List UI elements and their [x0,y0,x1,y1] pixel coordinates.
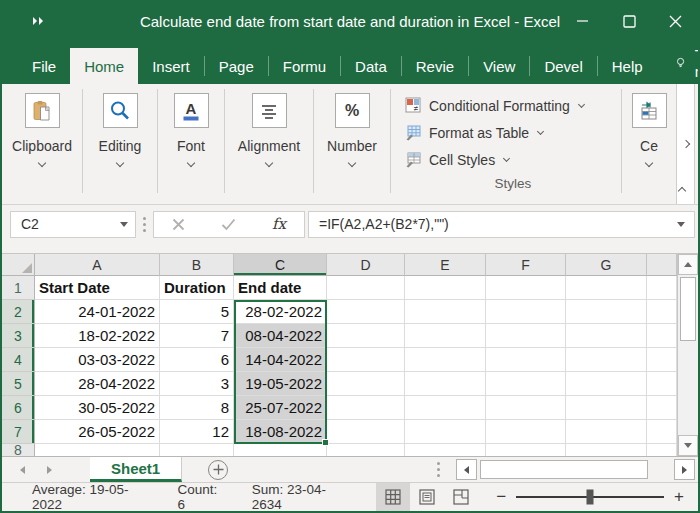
horizontal-scroll-thumb[interactable] [480,460,648,479]
ribbon-tab-devel[interactable]: Devel [530,48,596,84]
cell-A8[interactable] [35,444,160,456]
cell-D4[interactable] [327,348,405,372]
cell-styles-button[interactable]: Cell Styles [405,146,621,173]
cell-E3[interactable] [405,324,486,348]
vertical-scroll-thumb[interactable] [680,277,696,341]
vertical-scrollbar[interactable] [677,254,698,456]
row-header-3[interactable]: 3 [2,324,35,348]
ribbon-group-alignment[interactable]: Alignment [225,84,313,204]
cell-G3[interactable] [566,324,647,348]
insert-function-button[interactable]: fx [272,215,286,233]
cell-C5[interactable]: 19-05-2022 [234,372,327,396]
cell-B6[interactable]: 8 [160,396,234,420]
sheet-tab-drag-dots[interactable] [437,462,440,477]
cell-B3[interactable]: 7 [160,324,234,348]
cell-B8[interactable] [160,444,234,456]
row-header-8[interactable]: 8 [2,444,35,456]
cell-F7[interactable] [486,420,566,444]
column-header-D[interactable]: D [327,254,405,276]
cell-D7[interactable] [327,420,405,444]
cell-A4[interactable]: 03-03-2022 [35,348,160,372]
cell-E6[interactable] [405,396,486,420]
cell-C8[interactable] [234,444,327,456]
ribbon-group-font[interactable]: A Font [158,84,224,204]
sheet-tab-sheet1[interactable]: Sheet1 [90,457,182,482]
column-header-C[interactable]: C [234,254,327,276]
enter-check-icon[interactable] [221,218,236,231]
row-header-7[interactable]: 7 [2,420,35,444]
quick-access-toolbar-icon[interactable] [32,16,44,26]
zoom-out-button[interactable]: − [496,487,506,507]
ribbon-tab-formu[interactable]: Formu [269,48,340,84]
cell-B1[interactable]: Duration [160,276,234,300]
cell-D6[interactable] [327,396,405,420]
ribbon-group-clipboard[interactable]: Clipboard [2,84,82,204]
column-header-E[interactable]: E [405,254,486,276]
cell-G8[interactable] [566,444,647,456]
cell-C1[interactable]: End date [234,276,327,300]
cell-G4[interactable] [566,348,647,372]
ribbon-group-number[interactable]: % Number [314,84,390,204]
cell-A3[interactable]: 18-02-2022 [35,324,160,348]
column-header-F[interactable]: F [486,254,566,276]
cell-B7[interactable]: 12 [160,420,234,444]
cell-B2[interactable]: 5 [160,300,234,324]
format-as-table-button[interactable]: Format as Table [405,119,621,146]
cell-D8[interactable] [327,444,405,456]
row-header-4[interactable]: 4 [2,348,35,372]
cell-F2[interactable] [486,300,566,324]
formula-input[interactable]: =IF(A2,A2+(B2*7),"") [308,211,695,238]
column-header-B[interactable]: B [160,254,234,276]
name-box[interactable]: C2 [10,211,136,238]
scroll-down-button[interactable] [678,435,698,456]
cell-C6[interactable]: 25-07-2022 [234,396,327,420]
cell-E2[interactable] [405,300,486,324]
ribbon-tab-file[interactable]: File [18,48,70,84]
previous-sheet-button[interactable] [20,466,25,474]
row-header-6[interactable]: 6 [2,396,35,420]
horizontal-scrollbar[interactable] [456,459,695,480]
scroll-left-button[interactable] [456,459,477,480]
name-box-dropdown-icon[interactable] [120,222,128,227]
scroll-up-button[interactable] [678,254,698,275]
cell-G1[interactable] [566,276,647,300]
cell-C7[interactable]: 18-08-2022 [234,420,327,444]
cancel-icon[interactable] [172,218,185,231]
fill-handle[interactable] [322,439,329,446]
formula-bar-expand-icon[interactable] [677,222,685,227]
minimize-button[interactable] [560,0,606,42]
ribbon-tab-home[interactable]: Home [70,48,138,84]
ribbon-group-cells[interactable]: Ce [622,84,676,204]
cell-E8[interactable] [405,444,486,456]
ribbon-tab-help[interactable]: Help [598,48,657,84]
zoom-slider-thumb[interactable] [587,490,594,505]
cell-E1[interactable] [405,276,486,300]
cell-F4[interactable] [486,348,566,372]
ribbon-tab-view[interactable]: View [469,48,529,84]
cell-G6[interactable] [566,396,647,420]
cell-C2[interactable]: 28-02-2022 [234,300,327,324]
cell-D3[interactable] [327,324,405,348]
close-button[interactable] [652,0,698,42]
cell-B5[interactable]: 3 [160,372,234,396]
vertical-scroll-track[interactable] [678,343,698,435]
cell-F1[interactable] [486,276,566,300]
maximize-button[interactable] [606,0,652,42]
cell-A2[interactable]: 24-01-2022 [35,300,160,324]
cell-A1[interactable]: Start Date [35,276,160,300]
select-all-corner[interactable] [2,254,35,276]
ribbon-tab-insert[interactable]: Insert [138,48,204,84]
row-header-5[interactable]: 5 [2,372,35,396]
cell-E5[interactable] [405,372,486,396]
cell-F6[interactable] [486,396,566,420]
next-sheet-button[interactable] [47,466,52,474]
cell-G5[interactable] [566,372,647,396]
cell-D2[interactable] [327,300,405,324]
formula-bar-drag-dots[interactable] [143,217,146,232]
row-header-2[interactable]: 2 [2,300,35,324]
new-sheet-button[interactable] [208,460,228,480]
zoom-slider-track[interactable] [516,496,664,498]
cell-G2[interactable] [566,300,647,324]
page-layout-view-button[interactable] [410,483,444,511]
collapse-ribbon-button[interactable] [675,185,689,197]
